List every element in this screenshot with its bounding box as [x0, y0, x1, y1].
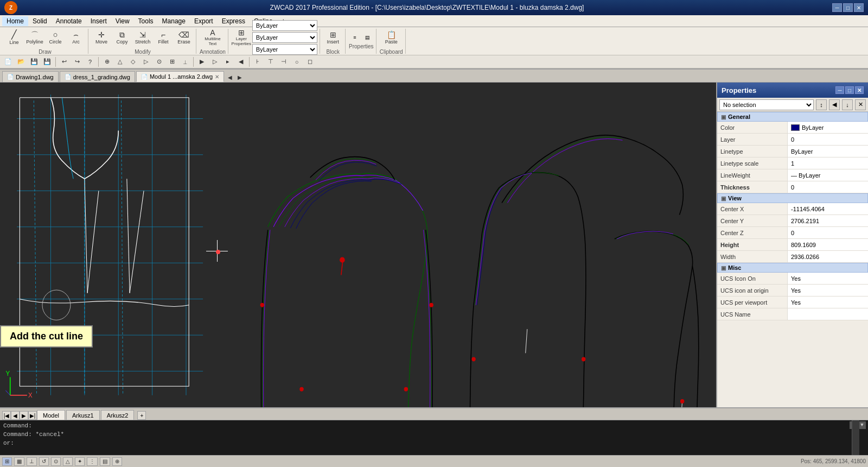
centerz-value[interactable]: 0	[788, 227, 868, 238]
sheet-nav-next[interactable]: ▶	[20, 411, 28, 420]
command-window[interactable]: ▲ ▼ Command: Command: *cancel* or:	[0, 420, 868, 455]
polyline-button[interactable]: ⌒ Polyline	[25, 27, 44, 48]
prop-minimize-button[interactable]: ─	[835, 86, 844, 94]
tab-dress-grading[interactable]: 📄 dress_1_grading.dwg	[60, 71, 135, 82]
dim-btn2[interactable]: ⊤	[265, 56, 277, 67]
close-button[interactable]: ✕	[854, 3, 864, 12]
cad-viewport[interactable]: X Y X Add the cut line	[0, 83, 716, 407]
status-qp-btn[interactable]: ⊕	[112, 457, 122, 466]
dim-btn3[interactable]: ⊣	[278, 56, 290, 67]
prop-section-general[interactable]: ▣ General	[717, 112, 868, 122]
sheet-tab-arkusz1[interactable]: Arkusz1	[66, 410, 100, 420]
prop-toggle-btn1[interactable]: ↕	[816, 99, 827, 110]
menu-export[interactable]: Export	[190, 16, 218, 26]
status-snap-btn[interactable]: ▦	[14, 457, 24, 466]
status-dyn-btn[interactable]: ⋮	[87, 457, 98, 466]
menu-annotate[interactable]: Annotate	[52, 16, 86, 26]
status-lw-btn[interactable]: ▤	[100, 457, 110, 466]
undo-button[interactable]: ↩	[58, 56, 70, 67]
open-button[interactable]: 📂	[15, 56, 27, 67]
thickness-value[interactable]: 0	[788, 181, 868, 193]
prop-section-misc[interactable]: ▣ Misc	[717, 263, 868, 273]
snap-btn2[interactable]: △	[114, 56, 126, 67]
dim-btn1[interactable]: ⊦	[252, 56, 264, 67]
help-button[interactable]: ?	[84, 56, 96, 67]
tab-modul1[interactable]: 📄 Modul 1 ...amska 2.dwg ✕	[136, 71, 224, 82]
arc-button[interactable]: ⌢ Arc	[66, 27, 86, 48]
insert-button[interactable]: ⊞ Insert	[323, 27, 343, 48]
prop-close-button[interactable]: ✕	[855, 86, 864, 94]
menu-manage[interactable]: Manage	[158, 16, 190, 26]
stretch-button[interactable]: ⇲ Stretch	[133, 27, 152, 48]
menu-home[interactable]: Home	[2, 16, 28, 26]
linetype-value[interactable]: ByLayer	[788, 146, 868, 157]
obj-btn1[interactable]: ○	[291, 56, 303, 67]
ucs-icon-on-value[interactable]: Yes	[788, 273, 868, 284]
status-ducs-btn[interactable]: ✦	[75, 457, 85, 466]
view-btn3[interactable]: ▸	[222, 56, 234, 67]
menu-tools[interactable]: Tools	[134, 16, 158, 26]
view-btn2[interactable]: ▷	[209, 56, 221, 67]
centerx-value[interactable]: -11145.4064	[788, 203, 868, 214]
sheet-nav-first[interactable]: |◀	[2, 411, 11, 420]
snap-btn1[interactable]: ⊕	[101, 56, 113, 67]
minimize-button[interactable]: ─	[832, 3, 842, 12]
paste-button[interactable]: 📋 Paste	[381, 27, 401, 48]
snap-btn4[interactable]: ▷	[140, 56, 152, 67]
command-scroll-down[interactable]: ▼	[858, 421, 866, 429]
maximize-button[interactable]: □	[843, 3, 853, 12]
tab-close-modul1[interactable]: ✕	[215, 74, 219, 80]
circle-button[interactable]: ○ Circle	[46, 27, 65, 48]
sheet-add-button[interactable]: +	[137, 411, 146, 420]
snap-btn3[interactable]: ◇	[127, 56, 139, 67]
prop-toggle-btn3[interactable]: ↓	[842, 99, 853, 110]
centery-value[interactable]: 2706.2191	[788, 215, 868, 226]
color-value[interactable]: ByLayer	[788, 122, 868, 133]
linetype-scale-value[interactable]: 1	[788, 157, 868, 169]
menu-view[interactable]: View	[111, 16, 134, 26]
obj-btn2[interactable]: ◻	[304, 56, 316, 67]
prop-btn2[interactable]: ▤	[362, 33, 374, 42]
tab-drawing1[interactable]: 📄 Drawing1.dwg	[2, 71, 59, 82]
prop-toggle-btn4[interactable]: ✕	[855, 99, 866, 110]
sheet-nav-prev[interactable]: ◀	[11, 411, 20, 420]
tab-scroll-right[interactable]: ▶	[235, 72, 245, 82]
prop-maximize-button[interactable]: □	[845, 86, 854, 94]
snap-btn7[interactable]: ⟂	[179, 56, 191, 67]
status-ortho-btn[interactable]: ⊥	[27, 457, 37, 466]
status-otrack-btn[interactable]: △	[63, 457, 73, 466]
sheet-tab-model[interactable]: Model	[37, 410, 65, 420]
lineweight-value[interactable]: — ByLayer	[788, 169, 868, 181]
width-value[interactable]: 2936.0266	[788, 251, 868, 262]
fillet-button[interactable]: ⌐ Fillet	[154, 27, 173, 48]
prop-section-view[interactable]: ▣ View	[717, 193, 868, 203]
menu-insert[interactable]: Insert	[86, 16, 111, 26]
layer-value[interactable]: 0	[788, 134, 868, 145]
layer-select[interactable]: ByLayer	[252, 20, 317, 31]
command-scrollbar[interactable]	[852, 420, 859, 455]
sheet-nav-last[interactable]: ▶|	[28, 411, 37, 420]
saveas-button[interactable]: 💾	[41, 56, 53, 67]
sheet-tab-arkusz2[interactable]: Arkusz2	[101, 410, 135, 420]
status-grid-btn[interactable]: ⊞	[2, 457, 12, 466]
view-btn1[interactable]: ▶	[196, 56, 208, 67]
status-osnap-btn[interactable]: ⊙	[51, 457, 61, 466]
ucs-name-value[interactable]	[788, 308, 868, 320]
selection-dropdown[interactable]: No selection	[719, 99, 814, 110]
status-polar-btn[interactable]: ↺	[39, 457, 49, 466]
move-button[interactable]: ✛ Move	[92, 27, 111, 48]
tab-scroll-left[interactable]: ◀	[225, 72, 235, 82]
lineweight-select[interactable]: ByLayer	[252, 44, 317, 55]
snap-btn6[interactable]: ⊞	[166, 56, 178, 67]
multiline-text-button[interactable]: A Multiline Text	[203, 27, 222, 48]
prop-toggle-btn2[interactable]: ◀	[829, 99, 840, 110]
linetype-select[interactable]: ByLayer	[252, 32, 317, 43]
prop-btn1[interactable]: ≡	[349, 33, 361, 42]
menu-solid[interactable]: Solid	[28, 16, 52, 26]
line-button[interactable]: ╱ Line	[4, 27, 24, 48]
copy-button[interactable]: ⧉ Copy	[112, 27, 132, 48]
ucs-per-viewport-value[interactable]: Yes	[788, 296, 868, 308]
ucs-icon-origin-value[interactable]: Yes	[788, 285, 868, 296]
view-btn4[interactable]: ◀	[235, 56, 247, 67]
height-value[interactable]: 809.1609	[788, 239, 868, 250]
